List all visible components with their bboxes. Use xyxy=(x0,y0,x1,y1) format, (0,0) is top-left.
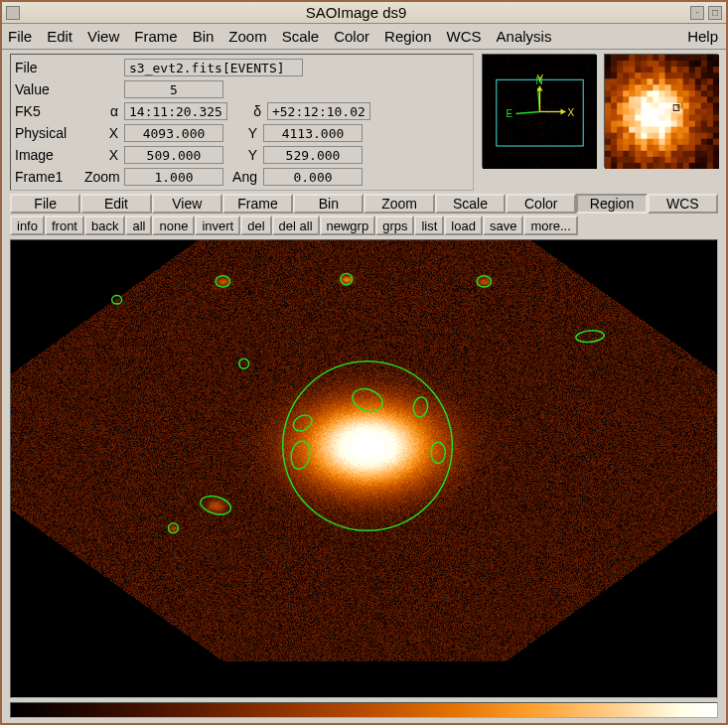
label-wcs: FK5 xyxy=(13,103,84,119)
window-title: SAOImage ds9 xyxy=(26,4,686,21)
rgnbtn-none[interactable]: none xyxy=(152,216,195,235)
catbtn-edit[interactable]: Edit xyxy=(80,194,151,214)
rgnbtn-all[interactable]: all xyxy=(125,216,152,235)
catbtn-bin[interactable]: Bin xyxy=(293,194,364,214)
menu-wcs[interactable]: WCS xyxy=(447,28,482,45)
catbtn-color[interactable]: Color xyxy=(506,194,576,214)
menu-analysis[interactable]: Analysis xyxy=(497,28,552,45)
menu-view[interactable]: View xyxy=(87,28,119,45)
label-alpha: α xyxy=(84,103,124,119)
menu-frame[interactable]: Frame xyxy=(134,28,177,45)
menu-help[interactable]: Help xyxy=(687,28,718,45)
maximize-icon[interactable]: □ xyxy=(708,6,722,20)
info-row: File s3_evt2.fits[EVENTS] Value 5 FK5 α … xyxy=(2,50,726,193)
label-phys-y: Y xyxy=(223,125,263,141)
menubar: File Edit View Frame Bin Zoom Scale Colo… xyxy=(2,24,726,50)
catbtn-view[interactable]: View xyxy=(152,194,222,214)
panner-thumbnail[interactable] xyxy=(482,54,596,168)
label-value: Value xyxy=(13,81,84,97)
rgnbtn-save[interactable]: save xyxy=(483,216,523,235)
rgnbtn-grps[interactable]: grps xyxy=(375,216,414,235)
label-delta: δ xyxy=(227,103,267,119)
rgnbtn-front[interactable]: front xyxy=(45,216,84,235)
value-zoom: 1.000 xyxy=(124,168,223,186)
minimize-icon[interactable]: · xyxy=(690,6,704,20)
menu-bin[interactable]: Bin xyxy=(193,28,215,45)
info-panel: File s3_evt2.fits[EVENTS] Value 5 FK5 α … xyxy=(10,54,474,191)
catbtn-file[interactable]: File xyxy=(10,194,80,214)
rgnbtn-newgrp[interactable]: newgrp xyxy=(320,216,376,235)
rgnbtn-back[interactable]: back xyxy=(84,216,125,235)
value-ang: 0.000 xyxy=(263,168,363,186)
rgnbtn-del[interactable]: del xyxy=(240,216,271,235)
rgnbtn-info[interactable]: info xyxy=(10,216,45,235)
label-phys-x: X xyxy=(84,125,124,141)
value-alpha: 14:11:20.325 xyxy=(124,102,227,120)
label-image: Image xyxy=(13,147,84,163)
rgnbtn-more-[interactable]: more... xyxy=(523,216,577,235)
catbtn-scale[interactable]: Scale xyxy=(435,194,506,214)
colorbar[interactable] xyxy=(10,702,718,718)
catbtn-wcs[interactable]: WCS xyxy=(648,194,718,214)
label-frame: Frame1 xyxy=(13,169,84,185)
rgnbtn-load[interactable]: load xyxy=(444,216,483,235)
menu-edit[interactable]: Edit xyxy=(47,28,73,45)
rgnbtn-del-all[interactable]: del all xyxy=(272,216,320,235)
menu-zoom[interactable]: Zoom xyxy=(228,28,266,45)
value-img-x: 509.000 xyxy=(124,146,223,164)
menu-scale[interactable]: Scale xyxy=(282,28,320,45)
catbtn-zoom[interactable]: Zoom xyxy=(364,194,434,214)
catbtn-frame[interactable]: Frame xyxy=(222,194,293,214)
label-physical: Physical xyxy=(13,125,84,141)
region-toolbar: infofrontbackallnoneinvertdeldel allnewg… xyxy=(2,215,726,239)
menu-region[interactable]: Region xyxy=(384,28,432,45)
label-img-y: Y xyxy=(223,147,263,163)
menu-color[interactable]: Color xyxy=(334,28,369,45)
rgnbtn-invert[interactable]: invert xyxy=(195,216,240,235)
image-display[interactable] xyxy=(10,239,718,698)
catbtn-region[interactable]: Region xyxy=(576,194,647,214)
label-ang: Ang xyxy=(223,169,263,185)
magnifier-thumbnail[interactable] xyxy=(604,54,718,168)
value-delta: +52:12:10.02 xyxy=(267,102,370,120)
value-phys-y: 4113.000 xyxy=(263,124,363,142)
value-img-y: 529.000 xyxy=(263,146,363,164)
label-zoom: Zoom xyxy=(84,169,124,185)
value-phys-x: 4093.000 xyxy=(124,124,223,142)
label-img-x: X xyxy=(84,147,124,163)
category-toolbar: FileEditViewFrameBinZoomScaleColorRegion… xyxy=(2,193,726,215)
titlebar: SAOImage ds9 · □ xyxy=(2,2,726,24)
rgnbtn-list[interactable]: list xyxy=(414,216,444,235)
value-value: 5 xyxy=(124,80,223,98)
label-file: File xyxy=(13,60,84,75)
system-menu-icon[interactable] xyxy=(6,6,20,20)
menu-file[interactable]: File xyxy=(8,28,32,45)
value-file: s3_evt2.fits[EVENTS] xyxy=(124,59,303,76)
